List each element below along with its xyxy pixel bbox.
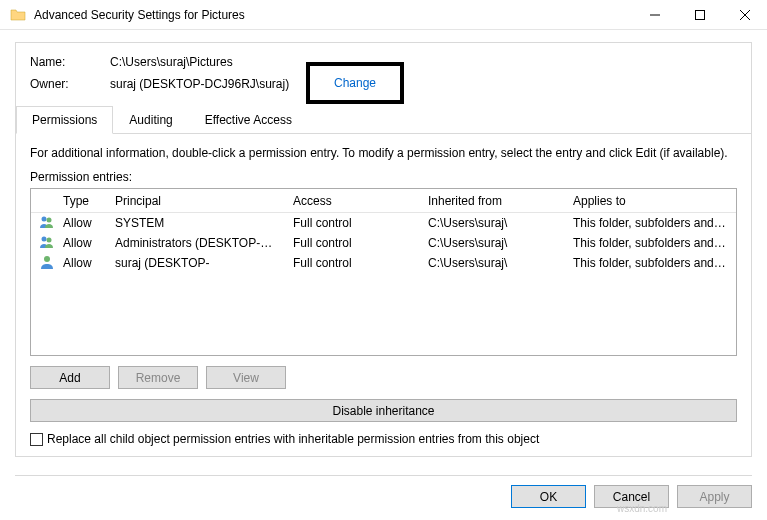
col-type[interactable]: Type <box>55 194 107 208</box>
col-inherited[interactable]: Inherited from <box>420 194 565 208</box>
window-title: Advanced Security Settings for Pictures <box>34 8 632 22</box>
cell-inherited: C:\Users\suraj\ <box>420 236 565 250</box>
cell-access: Full control <box>285 216 420 230</box>
apply-button[interactable]: Apply <box>677 485 752 508</box>
replace-children-checkbox[interactable] <box>30 433 43 446</box>
cell-principal: SYSTEM <box>107 216 285 230</box>
cancel-button[interactable]: Cancel <box>594 485 669 508</box>
cell-type: Allow <box>55 256 107 270</box>
cell-applies: This folder, subfolders and files <box>565 216 736 230</box>
name-label: Name: <box>30 55 110 69</box>
permission-entries-list[interactable]: Type Principal Access Inherited from App… <box>30 188 737 356</box>
svg-point-4 <box>42 216 47 221</box>
tab-permissions[interactable]: Permissions <box>16 106 113 134</box>
replace-children-label: Replace all child object permission entr… <box>47 432 539 446</box>
group-icon <box>39 234 55 250</box>
entries-label: Permission entries: <box>30 170 737 184</box>
cell-access: Full control <box>285 256 420 270</box>
table-row[interactable]: Allowsuraj (DESKTOP-Full controlC:\Users… <box>31 253 736 273</box>
tab-effective-access[interactable]: Effective Access <box>189 106 308 134</box>
svg-point-7 <box>47 237 52 242</box>
close-button[interactable] <box>722 0 767 30</box>
cell-type: Allow <box>55 216 107 230</box>
change-owner-link[interactable]: Change <box>334 76 376 90</box>
table-header: Type Principal Access Inherited from App… <box>31 189 736 213</box>
cell-applies: This folder, subfolders and files <box>565 236 736 250</box>
svg-point-8 <box>44 256 50 262</box>
tabs: Permissions Auditing Effective Access <box>16 105 751 134</box>
col-access[interactable]: Access <box>285 194 420 208</box>
info-text: For additional information, double-click… <box>30 146 737 160</box>
col-applies[interactable]: Applies to <box>565 194 736 208</box>
remove-button[interactable]: Remove <box>118 366 198 389</box>
svg-rect-1 <box>695 10 704 19</box>
owner-label: Owner: <box>30 77 110 91</box>
cell-access: Full control <box>285 236 420 250</box>
cell-type: Allow <box>55 236 107 250</box>
svg-point-6 <box>42 236 47 241</box>
group-icon <box>39 214 55 230</box>
user-icon <box>39 254 55 270</box>
folder-icon <box>10 7 26 23</box>
cell-principal: suraj (DESKTOP- <box>107 256 285 270</box>
cell-applies: This folder, subfolders and files <box>565 256 736 270</box>
table-row[interactable]: AllowAdministrators (DESKTOP-DC...Full c… <box>31 233 736 253</box>
divider <box>15 475 752 476</box>
change-highlight-box: Change <box>306 62 404 104</box>
cell-inherited: C:\Users\suraj\ <box>420 216 565 230</box>
add-button[interactable]: Add <box>30 366 110 389</box>
tab-auditing[interactable]: Auditing <box>113 106 188 134</box>
maximize-button[interactable] <box>677 0 722 30</box>
minimize-button[interactable] <box>632 0 677 30</box>
view-button[interactable]: View <box>206 366 286 389</box>
disable-inheritance-button[interactable]: Disable inheritance <box>30 399 737 422</box>
owner-value: suraj (DESKTOP-DCJ96RJ\suraj) <box>110 77 289 91</box>
cell-inherited: C:\Users\suraj\ <box>420 256 565 270</box>
titlebar: Advanced Security Settings for Pictures <box>0 0 767 30</box>
col-principal[interactable]: Principal <box>107 194 285 208</box>
cell-principal: Administrators (DESKTOP-DC... <box>107 236 285 250</box>
main-panel: Name: C:\Users\suraj\Pictures Owner: sur… <box>15 42 752 457</box>
name-value: C:\Users\suraj\Pictures <box>110 55 233 69</box>
svg-point-5 <box>47 217 52 222</box>
ok-button[interactable]: OK <box>511 485 586 508</box>
table-row[interactable]: AllowSYSTEMFull controlC:\Users\suraj\Th… <box>31 213 736 233</box>
